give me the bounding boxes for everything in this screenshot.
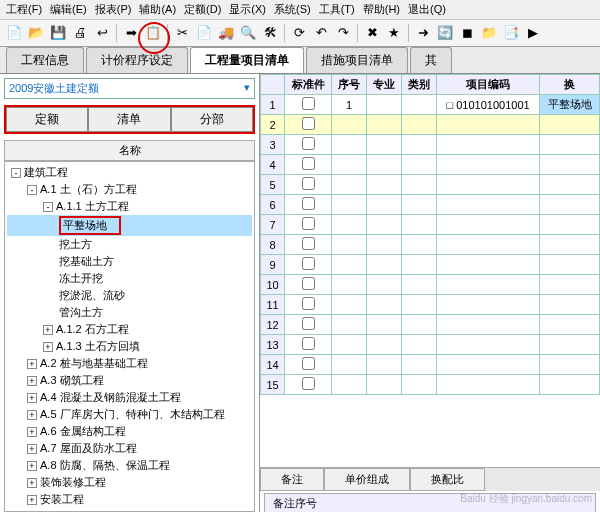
toolbar-icon[interactable]: ↷ xyxy=(335,25,351,41)
sub-tab[interactable]: 备注 xyxy=(260,468,324,491)
expand-icon[interactable]: + xyxy=(27,393,37,403)
table-row[interactable]: 8 xyxy=(261,235,600,255)
standard-checkbox[interactable] xyxy=(302,97,315,110)
standard-checkbox[interactable] xyxy=(302,217,315,230)
tree-node[interactable]: -建筑工程 xyxy=(7,164,252,181)
table-row[interactable]: 9 xyxy=(261,255,600,275)
collapse-icon[interactable]: - xyxy=(11,168,21,178)
standard-checkbox[interactable] xyxy=(302,117,315,130)
tab[interactable]: 措施项目清单 xyxy=(306,47,408,73)
column-header[interactable]: 标准件 xyxy=(285,75,332,95)
standard-checkbox[interactable] xyxy=(302,257,315,270)
tree[interactable]: -建筑工程-A.1 土（石）方工程-A.1.1 土方工程平整场地挖土方挖基础土方… xyxy=(4,161,255,512)
quota-combo[interactable]: 2009安徽土建定额 ▾ xyxy=(4,78,255,99)
tab[interactable]: 工程信息 xyxy=(6,47,84,73)
standard-checkbox[interactable] xyxy=(302,377,315,390)
standard-checkbox[interactable] xyxy=(302,177,315,190)
column-header[interactable]: 专业 xyxy=(367,75,402,95)
standard-checkbox[interactable] xyxy=(302,337,315,350)
menu-item[interactable]: 工具(T) xyxy=(317,2,357,17)
tree-node[interactable]: 管沟土方 xyxy=(7,304,252,321)
menu-item[interactable]: 编辑(E) xyxy=(48,2,89,17)
tree-node[interactable]: +A.7 屋面及防水工程 xyxy=(7,440,252,457)
tree-node[interactable]: 挖土方 xyxy=(7,236,252,253)
table-row[interactable]: 11 xyxy=(261,295,600,315)
mode-button[interactable]: 清单 xyxy=(88,107,170,132)
toolbar-icon[interactable]: 📁 xyxy=(481,25,497,41)
toolbar-icon[interactable]: 📂 xyxy=(28,25,44,41)
standard-checkbox[interactable] xyxy=(302,297,315,310)
table-row[interactable]: 6 xyxy=(261,195,600,215)
table-row[interactable]: 3 xyxy=(261,135,600,155)
expand-icon[interactable]: + xyxy=(27,495,37,505)
expand-icon[interactable]: + xyxy=(43,342,53,352)
table-row[interactable]: 4 xyxy=(261,155,600,175)
collapse-icon[interactable]: - xyxy=(43,202,53,212)
menu-item[interactable]: 辅助(A) xyxy=(137,2,178,17)
tree-node[interactable]: +A.3 砌筑工程 xyxy=(7,372,252,389)
tree-node[interactable]: +A.2 桩与地基基础工程 xyxy=(7,355,252,372)
toolbar-icon[interactable]: 📋 xyxy=(145,25,161,41)
expand-icon[interactable]: + xyxy=(27,427,37,437)
toolbar-icon[interactable]: ✂ xyxy=(174,25,190,41)
tree-node[interactable]: +A.4 混凝土及钢筋混凝土工程 xyxy=(7,389,252,406)
menu-item[interactable]: 显示(X) xyxy=(227,2,268,17)
column-header[interactable]: 序号 xyxy=(332,75,367,95)
table-row[interactable]: 11□ 010101001001平整场地 xyxy=(261,95,600,115)
toolbar-icon[interactable]: 🚚 xyxy=(218,25,234,41)
toolbar-icon[interactable]: ➡ xyxy=(123,25,139,41)
expand-icon[interactable]: + xyxy=(27,410,37,420)
toolbar-icon[interactable]: 🛠 xyxy=(262,25,278,41)
tab[interactable]: 其 xyxy=(410,47,452,73)
toolbar-icon[interactable]: 🔍 xyxy=(240,25,256,41)
toolbar-icon[interactable]: 📄 xyxy=(196,25,212,41)
collapse-icon[interactable]: - xyxy=(27,185,37,195)
tree-node[interactable]: +A.1.3 土石方回填 xyxy=(7,338,252,355)
column-header[interactable]: 换 xyxy=(540,75,600,95)
sub-tab[interactable]: 单价组成 xyxy=(324,468,410,491)
toolbar-icon[interactable]: ✖ xyxy=(364,25,380,41)
standard-checkbox[interactable] xyxy=(302,157,315,170)
toolbar-icon[interactable]: ★ xyxy=(386,25,402,41)
tree-node[interactable]: -A.1.1 土方工程 xyxy=(7,198,252,215)
tree-node[interactable]: -A.1 土（石）方工程 xyxy=(7,181,252,198)
table-row[interactable]: 14 xyxy=(261,355,600,375)
toolbar-icon[interactable]: 📄 xyxy=(6,25,22,41)
menu-item[interactable]: 报表(P) xyxy=(93,2,134,17)
grid[interactable]: 标准件序号专业类别项目编码换 11□ 010101001001平整场地23456… xyxy=(260,74,600,467)
sub-tab[interactable]: 换配比 xyxy=(410,468,485,491)
table-row[interactable]: 10 xyxy=(261,275,600,295)
tree-node[interactable]: +A.1.2 石方工程 xyxy=(7,321,252,338)
expand-icon[interactable]: + xyxy=(27,444,37,454)
standard-checkbox[interactable] xyxy=(302,357,315,370)
menu-item[interactable]: 退出(Q) xyxy=(406,2,448,17)
standard-checkbox[interactable] xyxy=(302,317,315,330)
toolbar-icon[interactable]: ➜ xyxy=(415,25,431,41)
toolbar-icon[interactable]: 💾 xyxy=(50,25,66,41)
tree-node[interactable]: 冻土开挖 xyxy=(7,270,252,287)
tree-node[interactable]: +安装工程 xyxy=(7,491,252,508)
toolbar-icon[interactable]: 🔄 xyxy=(437,25,453,41)
toolbar-icon[interactable]: ▶ xyxy=(525,25,541,41)
column-header[interactable]: 类别 xyxy=(401,75,436,95)
tree-node[interactable]: +A.5 厂库房大门、特种门、木结构工程 xyxy=(7,406,252,423)
tree-node[interactable]: 挖淤泥、流砂 xyxy=(7,287,252,304)
tree-node[interactable]: 挖基础土方 xyxy=(7,253,252,270)
standard-checkbox[interactable] xyxy=(302,277,315,290)
table-row[interactable]: 12 xyxy=(261,315,600,335)
table-row[interactable]: 5 xyxy=(261,175,600,195)
tree-node[interactable]: +A.6 金属结构工程 xyxy=(7,423,252,440)
toolbar-icon[interactable]: ⟳ xyxy=(291,25,307,41)
toolbar-icon[interactable]: ◼ xyxy=(459,25,475,41)
menu-item[interactable]: 帮助(H) xyxy=(361,2,402,17)
mode-button[interactable]: 分部 xyxy=(171,107,253,132)
tree-node[interactable]: +A.8 防腐、隔热、保温工程 xyxy=(7,457,252,474)
tree-node[interactable]: 平整场地 xyxy=(7,215,252,236)
toolbar-icon[interactable]: 📑 xyxy=(503,25,519,41)
table-row[interactable]: 15 xyxy=(261,375,600,395)
table-row[interactable]: 7 xyxy=(261,215,600,235)
menu-item[interactable]: 定额(D) xyxy=(182,2,223,17)
standard-checkbox[interactable] xyxy=(302,137,315,150)
expand-icon[interactable]: + xyxy=(27,461,37,471)
expand-icon[interactable]: + xyxy=(27,478,37,488)
